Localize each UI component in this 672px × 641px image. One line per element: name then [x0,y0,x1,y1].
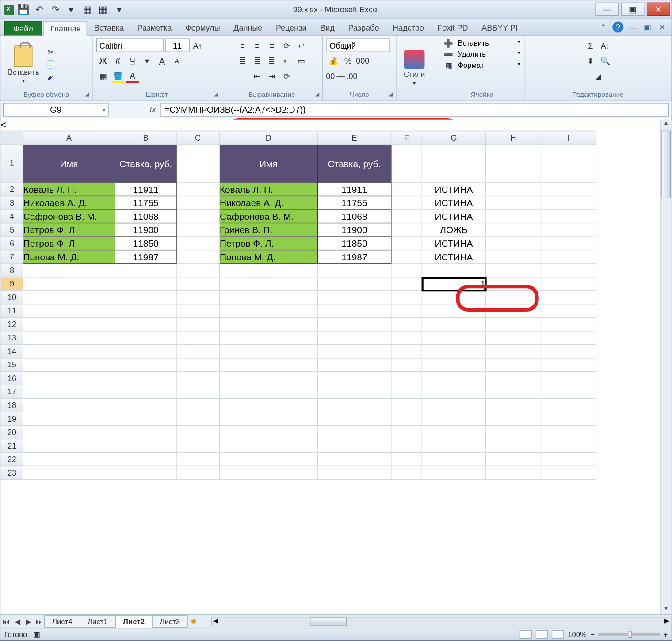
indent-inc-icon[interactable]: ⇤ [250,69,264,83]
orientation-icon[interactable]: ⟳ [280,38,294,52]
cell[interactable] [541,145,596,183]
cell[interactable] [422,453,485,466]
tab-data[interactable]: Данные [227,20,269,36]
cell[interactable]: ИСТИНА [422,183,485,196]
cell[interactable]: 11850 [317,237,391,250]
cell[interactable] [176,439,219,453]
cell[interactable] [391,412,422,426]
cell[interactable] [219,385,317,399]
col-header[interactable]: D [219,131,317,145]
sort-filter-icon[interactable]: A↓ [599,38,612,52]
cell[interactable]: ЛОЖЬ [422,223,485,237]
cell[interactable] [541,358,596,372]
sheet-nav-prev-icon[interactable]: ◀ [11,617,23,626]
cell[interactable] [176,250,219,264]
cell[interactable] [176,183,219,196]
cell[interactable] [541,426,596,439]
doc-close-icon[interactable]: ✕ [657,22,668,33]
cell[interactable] [391,210,422,223]
cell[interactable] [115,277,176,291]
cell[interactable] [541,466,596,480]
cell[interactable]: Попова М. Д. [23,250,115,264]
cell[interactable] [391,331,422,345]
tab-review[interactable]: Рецензи [269,20,313,36]
cell[interactable] [486,466,541,480]
cell[interactable] [115,304,176,318]
col-header[interactable]: F [391,131,422,145]
align-top-icon[interactable]: ≡ [236,38,249,52]
cell[interactable] [317,304,391,318]
cell[interactable] [176,426,219,439]
inc-decimal-icon[interactable]: .00→ [326,69,340,83]
view-normal-button[interactable] [520,630,532,638]
cell[interactable] [219,426,317,439]
cell[interactable] [115,371,176,385]
cell[interactable] [219,466,317,480]
cell[interactable] [219,304,317,318]
cell[interactable] [317,466,391,480]
row-header[interactable]: 11 [1,304,23,318]
col-header[interactable]: B [115,131,176,145]
scroll-thumb[interactable] [661,131,671,198]
cell[interactable] [115,412,176,426]
row-header[interactable]: 12 [1,317,23,331]
cell[interactable] [486,371,541,385]
cell[interactable] [23,331,115,345]
vertical-scrollbar[interactable]: ▲ ▼ [660,120,671,614]
cell[interactable] [391,385,422,399]
cell[interactable] [176,196,219,210]
cell[interactable] [219,399,317,412]
row-header[interactable]: 22 [1,453,23,466]
cell[interactable] [486,145,541,183]
row-header[interactable]: 9 [1,277,23,291]
cell[interactable] [219,277,317,291]
cell[interactable] [486,344,541,358]
ribbon-minimize-icon[interactable]: ⌃ [598,22,609,33]
select-all-button[interactable] [1,131,23,145]
cell[interactable] [422,317,485,331]
doc-restore-icon[interactable]: ▣ [642,22,653,33]
cell[interactable] [23,371,115,385]
cell[interactable] [115,399,176,412]
cell[interactable] [541,183,596,196]
tab-formulas[interactable]: Формулы [179,20,227,36]
cell[interactable] [317,317,391,331]
find-icon[interactable]: 🔍 [599,54,612,68]
cell[interactable] [541,317,596,331]
col-header[interactable]: C [176,131,219,145]
cell[interactable] [486,196,541,210]
wrap-text-button[interactable]: ↩ [294,38,308,52]
cell[interactable] [391,277,422,291]
cell[interactable]: Имя [23,145,115,183]
cell[interactable]: Коваль Л. П. [219,183,317,196]
cell[interactable] [115,358,176,372]
cell[interactable] [176,237,219,250]
scroll-right-icon[interactable]: ▶ [664,617,669,624]
cell[interactable] [391,223,422,237]
paste-button[interactable]: Вставить ▾ [4,42,43,86]
cell[interactable] [176,399,219,412]
qat-save-button[interactable]: 💾 [16,3,30,16]
cell[interactable] [23,412,115,426]
cell[interactable] [115,453,176,466]
cell[interactable] [486,263,541,277]
qat-redo-button[interactable]: ↷ [49,3,62,16]
cell[interactable] [219,290,317,304]
cell[interactable] [219,317,317,331]
grow-font-icon[interactable]: A↑ [191,38,205,52]
cell[interactable] [541,331,596,345]
row-header[interactable]: 20 [1,426,23,439]
cell[interactable] [422,466,485,480]
cell[interactable]: ИСТИНА [422,250,485,264]
cell[interactable] [541,453,596,466]
format-painter-icon[interactable]: 🖌 [46,72,57,81]
cell[interactable] [317,399,391,412]
cell[interactable] [391,183,422,196]
tab-home[interactable]: Главная [44,21,88,36]
cell[interactable] [541,277,596,291]
cell[interactable]: Ставка, руб. [115,145,176,183]
row-header[interactable]: 10 [1,290,23,304]
row-header[interactable]: 1 [1,145,23,183]
cell[interactable] [317,277,391,291]
cell[interactable] [317,290,391,304]
